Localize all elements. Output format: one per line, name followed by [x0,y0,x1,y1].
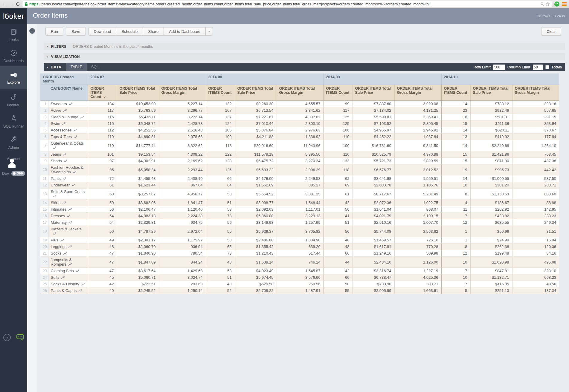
gross-margin-cell[interactable]: 1,487.91 [277,287,324,294]
count-cell[interactable]: 106 [324,127,353,134]
count-cell[interactable]: 10 [441,257,470,268]
gross-margin-cell[interactable]: 868.07 [394,206,441,213]
total-sale-price-cell[interactable]: $4,452.22 [353,134,394,140]
total-sale-price-cell[interactable]: $5,058.34 [117,164,159,175]
count-cell[interactable]: 124 [206,120,235,127]
total-sale-price-cell[interactable]: $871.00 [470,158,512,164]
gross-margin-cell[interactable]: 398.16 [512,101,559,107]
count-cell[interactable]: 51 [206,200,235,206]
count-cell[interactable]: 47 [88,250,117,257]
count-cell[interactable]: 117 [324,107,353,114]
total-sale-price-cell[interactable]: $4,021.79 [353,213,394,219]
reload-icon[interactable] [16,2,20,6]
total-sale-price-cell[interactable]: $2,092.03 [235,206,277,213]
gross-margin-cell[interactable]: 137.34 [512,287,559,294]
count-cell[interactable]: 15 [441,151,470,158]
gross-margin-cell[interactable]: 4,131.25 [394,107,441,114]
category-cell[interactable]: Pants & Capris [48,287,88,294]
count-cell[interactable]: 110 [88,134,117,140]
pivot-value-header[interactable]: 2014-07 [88,74,206,85]
count-cell[interactable]: 42 [324,200,353,206]
sidebar-item-account[interactable]: Account [0,153,27,164]
measure-header[interactable]: ORDER ITEMS Total Gross Margin [512,85,559,101]
total-sale-price-cell[interactable]: $2,995.99 [353,287,394,294]
gross-margin-cell[interactable]: 4,655.57 [277,101,324,107]
explore-from-here-icon[interactable] [64,160,68,163]
gross-margin-cell[interactable]: 2,169.62 [159,158,206,164]
count-cell[interactable]: 18 [441,114,470,120]
count-cell[interactable]: 118 [206,140,235,151]
gross-margin-cell[interactable]: 1,105.76 [394,182,441,189]
gross-margin-cell[interactable]: 4,308.22 [159,151,206,158]
count-cell[interactable]: 48 [88,244,117,250]
gross-margin-cell[interactable]: 250.56 [277,281,324,287]
count-cell[interactable]: 61 [88,182,117,189]
gross-margin-cell[interactable]: 2,199.15 [394,213,441,219]
count-cell[interactable]: 100 [324,140,353,151]
count-cell[interactable]: 11 [441,206,470,213]
total-sale-price-cell[interactable]: $1,641.04 [353,206,394,213]
gross-margin-cell[interactable]: 11,943.96 [277,140,324,151]
extension-icon[interactable] [554,1,559,7]
explore-from-here-icon[interactable] [53,195,57,198]
total-sale-price-cell[interactable]: $16,781.60 [353,140,394,151]
total-sale-price-cell[interactable]: $1,662.69 [235,182,277,189]
count-cell[interactable]: 44 [324,257,353,268]
count-cell[interactable]: 66 [206,175,235,182]
download-button[interactable]: Download [89,27,117,36]
explore-from-here-icon[interactable] [61,276,65,279]
count-cell[interactable]: 10 [441,274,470,281]
gross-margin-cell[interactable]: 1,841.47 [159,200,206,206]
total-sale-price-cell[interactable]: $5,599.81 [353,114,394,120]
total-sale-price-cell[interactable]: $995.73 [470,164,512,175]
total-sale-price-cell[interactable]: $4,211.88 [235,134,277,140]
sidebar-item-dashboards[interactable]: Dashboards [0,45,27,66]
count-cell[interactable]: 122 [206,151,235,158]
total-sale-price-cell[interactable]: $2,329.81 [117,219,159,226]
count-cell[interactable]: 53 [206,268,235,274]
add-tab-button[interactable]: + [29,28,35,34]
gross-margin-cell[interactable]: 2,972.04 [159,226,206,237]
count-cell[interactable]: 52 [206,287,235,294]
count-cell[interactable]: 58 [206,206,235,213]
category-cell[interactable]: Suits & Sport Coats [48,189,88,200]
total-sale-price-cell[interactable]: $6,475.72 [235,158,277,164]
count-cell[interactable]: 10 [441,182,470,189]
measure-header[interactable]: ORDER ITEMS Total Gross Margin [277,85,324,101]
explore-from-here-icon[interactable] [62,122,66,125]
total-sale-price-cell[interactable]: $847.81 [470,268,512,274]
explore-from-here-icon[interactable] [68,263,72,266]
total-sale-price-cell[interactable]: $5,654.52 [235,189,277,200]
gross-margin-cell[interactable]: 1,264.10 [512,140,559,151]
count-cell[interactable]: 7 [441,268,470,274]
explore-from-here-icon[interactable] [71,184,75,187]
explore-from-here-icon[interactable] [67,215,71,218]
gross-margin-cell[interactable]: 495.08 [512,257,559,268]
tab-sql[interactable]: SQL [87,63,103,71]
gross-margin-cell[interactable]: 557.65 [512,107,559,114]
total-sale-price-cell[interactable]: $4,302.91 [117,158,159,164]
category-cell[interactable]: Clothing Sets [48,268,88,274]
category-cell[interactable]: Pants [48,175,88,182]
gross-margin-cell[interactable]: 1,175.97 [159,237,206,244]
gross-margin-cell[interactable]: 4,337.62 [277,114,324,120]
total-sale-price-cell[interactable]: $1,617.91 [353,244,394,250]
count-cell[interactable]: 54 [88,213,117,219]
explore-from-here-icon[interactable] [74,129,77,132]
gross-margin-cell[interactable]: 323.10 [512,268,559,274]
gross-margin-cell[interactable]: 2,996.29 [277,164,324,175]
gross-margin-cell[interactable]: 2,078.63 [159,134,206,140]
total-sale-price-cell[interactable]: $262.92 [470,206,512,213]
save-button[interactable]: Save [66,27,86,36]
category-cell[interactable]: Socks [48,250,88,257]
count-cell[interactable]: 40 [324,237,353,244]
count-cell[interactable]: 65 [206,244,235,250]
count-cell[interactable]: 14 [441,127,470,134]
gross-margin-cell[interactable]: 353.94 [512,120,559,127]
gross-margin-cell[interactable]: 3,563.62 [394,226,441,237]
pivot-value-header[interactable]: 2014-09 [324,74,441,85]
gross-margin-cell[interactable]: 48.56 [512,281,559,287]
category-cell[interactable]: Fashion Hoodies & Sweatshirts [48,164,88,175]
count-cell[interactable]: 60 [88,189,117,200]
total-sale-price-cell[interactable]: $1,020.98 [470,257,512,268]
